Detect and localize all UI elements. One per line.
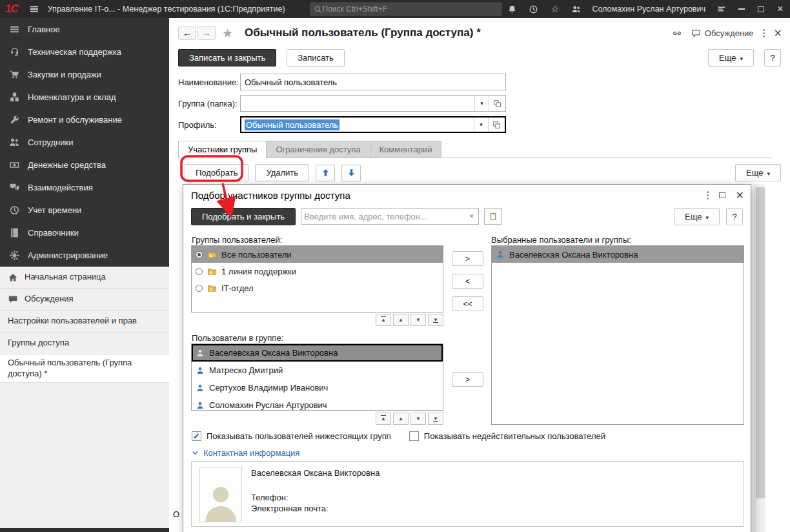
selected-user-row[interactable]: Васелевская Оксана Викторовна bbox=[492, 246, 744, 263]
radio-unselected[interactable] bbox=[196, 285, 203, 292]
move-up-button[interactable]: ▲ bbox=[393, 413, 409, 425]
connection-button[interactable] bbox=[711, 0, 732, 18]
close-form-button[interactable]: ✕ bbox=[774, 27, 782, 39]
tab-restrictions[interactable]: Ограничения доступа bbox=[266, 141, 370, 158]
show-invalid-users-checkbox[interactable] bbox=[409, 431, 419, 441]
close-window-button[interactable]: × bbox=[771, 0, 790, 18]
sidebar-item-time[interactable]: Учет времени bbox=[0, 199, 169, 221]
add-user-button[interactable]: > bbox=[452, 372, 483, 387]
sidebar-item-access-groups[interactable]: Группы доступа bbox=[0, 332, 169, 354]
minimize-button[interactable] bbox=[732, 0, 751, 18]
user-row[interactable]: Васелевская Оксана Викторовна bbox=[192, 344, 443, 362]
folder-field-value[interactable] bbox=[241, 96, 474, 111]
delete-button[interactable]: Удалить bbox=[255, 164, 309, 181]
dialog-more-button[interactable]: Еще▾ bbox=[674, 208, 720, 225]
sidebar-item-user-settings[interactable]: Настройки пользователей и прав bbox=[0, 311, 169, 332]
favorite-star-icon[interactable]: ★ bbox=[222, 26, 233, 41]
scrollbar-thumb[interactable] bbox=[756, 187, 765, 498]
dialog-close-icon[interactable]: ✕ bbox=[736, 189, 744, 201]
pick-and-close-button[interactable]: Подобрать и закрыть bbox=[191, 208, 296, 225]
move-first-button[interactable]: ▲ bbox=[376, 314, 391, 326]
main-menu-button[interactable] bbox=[25, 0, 44, 18]
sidebar-item-warehouse[interactable]: Номенклатура и склад bbox=[0, 86, 169, 108]
maximize-button[interactable] bbox=[751, 0, 771, 18]
save-and-close-button[interactable]: Записать и закрыть bbox=[178, 49, 276, 66]
clear-search-icon[interactable]: × bbox=[467, 212, 476, 221]
more-menu-kebab[interactable] bbox=[763, 29, 765, 37]
back-button[interactable]: ← bbox=[178, 26, 196, 40]
group-row-all-users[interactable]: Все пользователи bbox=[192, 246, 443, 263]
dialog-maximize-icon[interactable] bbox=[719, 192, 725, 198]
sidebar-item-admin[interactable]: Администрирование bbox=[0, 244, 169, 267]
sidebar-item-money[interactable]: Денежные средства bbox=[0, 154, 169, 176]
profile-field-value[interactable]: Обычный пользователь bbox=[241, 118, 474, 132]
sidebar-item-main[interactable]: Главное bbox=[0, 18, 169, 41]
show-subgroup-users-checkbox[interactable]: ✓ bbox=[192, 431, 201, 441]
add-group-button[interactable]: > bbox=[452, 251, 483, 266]
current-user[interactable]: Соломахин Руслан Артурович bbox=[587, 5, 711, 14]
move-down-button[interactable] bbox=[341, 165, 361, 181]
user-row[interactable]: Матреско Дмитрий bbox=[192, 362, 443, 379]
move-up-button[interactable] bbox=[316, 165, 335, 181]
selected-users-list[interactable]: Васелевская Оксана Викторовна bbox=[491, 245, 744, 425]
user-row[interactable]: Сертухов Владимир Иванович bbox=[192, 379, 443, 396]
profile-open-button[interactable] bbox=[488, 118, 505, 132]
pick-button[interactable]: Подобрать bbox=[185, 164, 248, 181]
contact-info-toggle[interactable]: Контактная информация bbox=[192, 448, 299, 458]
move-last-button[interactable]: ▼ bbox=[428, 314, 443, 326]
favorites-button[interactable]: ☆ bbox=[544, 0, 565, 18]
users-in-group-list[interactable]: Васелевская Оксана Викторовна Матреско Д… bbox=[191, 343, 443, 411]
vertical-scrollbar[interactable] bbox=[754, 184, 765, 532]
tab-comment[interactable]: Комментарий bbox=[370, 141, 442, 158]
sidebar-item-sales[interactable]: Закупки и продажи bbox=[0, 63, 169, 86]
move-down-button[interactable]: ▼ bbox=[410, 314, 426, 326]
move-down-button[interactable]: ▼ bbox=[410, 413, 426, 425]
sidebar-item-employees[interactable]: Сотрудники bbox=[0, 131, 169, 154]
sidebar-item-catalogs[interactable]: Справочники bbox=[0, 221, 169, 244]
dialog-search-input[interactable] bbox=[304, 212, 467, 221]
sidebar-item-support[interactable]: Техническая поддержка bbox=[0, 41, 169, 63]
notifications-button[interactable] bbox=[501, 0, 523, 18]
folder-field-combo[interactable]: ▾ bbox=[240, 95, 506, 112]
dialog-help-button[interactable]: ? bbox=[726, 208, 743, 225]
discussion-button[interactable]: Обсуждение bbox=[691, 28, 754, 38]
radio-selected[interactable] bbox=[196, 251, 203, 258]
radio-unselected[interactable] bbox=[196, 268, 203, 275]
sidebar-item-interactions[interactable]: Взаимодействия bbox=[0, 176, 169, 199]
link-icon[interactable] bbox=[672, 28, 682, 38]
name-field-input[interactable] bbox=[240, 74, 506, 90]
folder-open-button[interactable] bbox=[489, 96, 505, 111]
more-button[interactable]: Еще▾ bbox=[708, 49, 754, 66]
sidebar-item-home[interactable]: Начальная страница bbox=[0, 267, 169, 289]
group-row-it-dept[interactable]: IT-отдел bbox=[192, 280, 443, 296]
person-icon bbox=[496, 250, 505, 259]
sidebar-item-current-group[interactable]: Обычный пользователь (Группа доступа) * bbox=[0, 354, 169, 383]
profile-dropdown-button[interactable]: ▾ bbox=[474, 118, 488, 132]
group-row-support-line[interactable]: 1 линия поддержки bbox=[192, 263, 443, 280]
users-button[interactable] bbox=[565, 0, 587, 18]
clipboard-icon bbox=[489, 212, 498, 221]
move-first-button[interactable]: ▲ bbox=[376, 413, 391, 425]
sidebar-item-repair[interactable]: Ремонт и обслуживание bbox=[0, 108, 169, 131]
save-button[interactable]: Записать bbox=[287, 49, 345, 66]
forward-button[interactable]: → bbox=[198, 26, 216, 40]
sidebar-item-discussions[interactable]: Обсуждения bbox=[0, 289, 169, 311]
name-field-label: Наименование: bbox=[178, 77, 240, 87]
remove-all-button[interactable]: << bbox=[452, 296, 483, 311]
history-button[interactable] bbox=[523, 0, 544, 18]
move-last-button[interactable]: ▼ bbox=[428, 413, 443, 425]
dialog-more-kebab[interactable] bbox=[707, 191, 709, 200]
folder-dropdown-button[interactable]: ▾ bbox=[474, 96, 489, 111]
profile-field-combo[interactable]: Обычный пользователь ▾ bbox=[240, 116, 506, 133]
remove-selected-button[interactable]: < bbox=[452, 274, 483, 289]
search-input[interactable] bbox=[322, 5, 498, 14]
groups-list[interactable]: Все пользователи 1 линия поддержки IT-от… bbox=[191, 245, 443, 312]
members-more-button[interactable]: Еще▾ bbox=[735, 164, 781, 181]
dialog-search-field[interactable]: × bbox=[301, 208, 479, 225]
user-row[interactable]: Соломахин Руслан Артурович bbox=[192, 396, 443, 411]
global-search[interactable] bbox=[310, 3, 501, 15]
paste-button[interactable] bbox=[484, 208, 502, 225]
tab-members[interactable]: Участники группы bbox=[178, 141, 267, 158]
move-up-button[interactable]: ▲ bbox=[393, 314, 409, 326]
help-button[interactable]: ? bbox=[764, 49, 781, 66]
